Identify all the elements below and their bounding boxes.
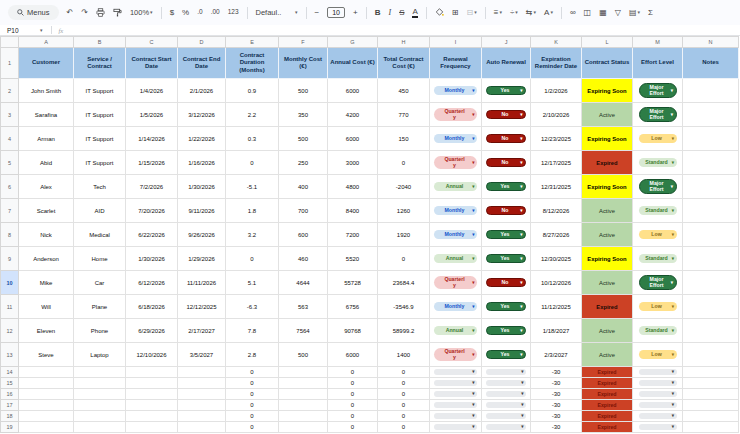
renewal-frequency-dropdown[interactable]: Quarterly▾ [434, 156, 477, 170]
column-header-I[interactable]: I [430, 37, 482, 48]
cell-customer[interactable]: John Smith [19, 79, 74, 103]
cell-annual-cost[interactable]: 6000 [328, 343, 378, 367]
auto-renewal-dropdown[interactable]: ▾ [486, 413, 526, 420]
row-header-1[interactable]: 1 [1, 48, 19, 79]
insert-link-button[interactable]: ∞ [570, 9, 576, 17]
cell-notes[interactable] [683, 400, 739, 411]
table-column-title[interactable]: Contract Start Date [126, 48, 178, 79]
effort-level-dropdown[interactable]: Standard▾ [639, 254, 677, 263]
auto-renewal-dropdown[interactable]: ▾ [486, 391, 526, 398]
renewal-frequency-dropdown[interactable]: ▾ [434, 380, 477, 387]
cell-expiration-reminder[interactable]: 2/10/2026 [531, 103, 582, 127]
cell-notes[interactable] [683, 79, 739, 103]
cell-effort-level[interactable]: ▾ [633, 389, 683, 400]
effort-level-dropdown[interactable]: ▾ [639, 424, 677, 431]
cell-contract-status[interactable]: Expiring Soon [582, 127, 633, 151]
cell-contract-status[interactable]: Expired [582, 295, 633, 319]
renewal-frequency-dropdown[interactable]: ▾ [434, 413, 477, 420]
cell-service[interactable]: IT Support [74, 151, 126, 175]
paint-format-button[interactable] [113, 8, 122, 17]
cell-end-date[interactable]: 11/11/2026 [178, 271, 226, 295]
row-header-14[interactable]: 14 [1, 367, 19, 378]
cell-total-cost[interactable]: 150 [378, 127, 430, 151]
cell-end-date[interactable]: 1/29/2026 [178, 247, 226, 271]
cell-monthly-cost[interactable]: 500 [279, 79, 328, 103]
cell-expiration-reminder[interactable]: 1/18/2027 [531, 319, 582, 343]
cell-monthly-cost[interactable]: 250 [279, 151, 328, 175]
cell-end-date[interactable]: 9/11/2026 [178, 199, 226, 223]
cell-service[interactable]: IT Support [74, 79, 126, 103]
column-header-C[interactable]: C [126, 37, 178, 48]
cell-total-cost[interactable]: 0 [378, 378, 430, 389]
row-header-2[interactable]: 2 [1, 79, 19, 103]
cell-contract-status[interactable]: Expired [582, 367, 633, 378]
cell-contract-status[interactable]: Active [582, 103, 633, 127]
cell-start-date[interactable]: 7/20/2026 [126, 199, 178, 223]
effort-level-dropdown[interactable]: Standard▾ [639, 326, 677, 335]
auto-renewal-dropdown[interactable]: ▾ [486, 424, 526, 431]
decrease-decimal-button[interactable]: .0 [197, 9, 202, 16]
cell-expiration-reminder[interactable]: 1/2/2026 [531, 79, 582, 103]
cell-annual-cost[interactable]: 4800 [328, 175, 378, 199]
cell-expiration-reminder[interactable]: 12/23/2025 [531, 127, 582, 151]
menus-button[interactable]: Menus [8, 5, 59, 20]
cell-auto-renewal[interactable]: ▾ [482, 389, 531, 400]
cell-service[interactable]: Car [74, 271, 126, 295]
cell-auto-renewal[interactable]: Yes▾ [482, 79, 531, 103]
filter-button[interactable]: ▽ [615, 9, 621, 17]
cell-start-date[interactable]: 1/4/2026 [126, 79, 178, 103]
cell-customer[interactable] [19, 367, 74, 378]
cell-total-cost[interactable]: 58999.2 [378, 319, 430, 343]
cell-notes[interactable] [683, 319, 739, 343]
cell-customer[interactable]: Steve [19, 343, 74, 367]
renewal-frequency-dropdown[interactable]: ▾ [434, 402, 477, 409]
cell-duration[interactable]: 0 [226, 151, 279, 175]
renewal-frequency-dropdown[interactable]: Quarterly▾ [434, 348, 477, 362]
percent-format-button[interactable]: % [182, 9, 189, 17]
cell-effort-level[interactable]: Standard▾ [633, 199, 683, 223]
cell-auto-renewal[interactable]: ▾ [482, 400, 531, 411]
row-header-17[interactable]: 17 [1, 400, 19, 411]
renewal-frequency-dropdown[interactable]: ▾ [434, 369, 477, 376]
cell-renewal-frequency[interactable]: Annual▾ [430, 247, 482, 271]
cell-effort-level[interactable]: Standard▾ [633, 319, 683, 343]
cell-end-date[interactable]: 2/1/2026 [178, 79, 226, 103]
cell-contract-status[interactable]: Expiring Soon [582, 79, 633, 103]
cell-annual-cost[interactable]: 6000 [328, 79, 378, 103]
auto-renewal-dropdown[interactable]: No▾ [486, 158, 526, 168]
cell-expiration-reminder[interactable]: 8/12/2026 [531, 199, 582, 223]
effort-level-dropdown[interactable]: Major Effort▾ [639, 107, 677, 123]
cell-renewal-frequency[interactable]: Monthly▾ [430, 199, 482, 223]
renewal-frequency-dropdown[interactable]: Quarterly▾ [434, 108, 477, 122]
cell-total-cost[interactable]: -3546.9 [378, 295, 430, 319]
cell-auto-renewal[interactable]: Yes▾ [482, 295, 531, 319]
cell-annual-cost[interactable]: 5520 [328, 247, 378, 271]
cell-duration[interactable]: 0.3 [226, 127, 279, 151]
bold-button[interactable]: B [375, 9, 381, 17]
cell-start-date[interactable] [126, 389, 178, 400]
cell-duration[interactable]: 0 [226, 367, 279, 378]
row-header-5[interactable]: 5 [1, 151, 19, 175]
cell-auto-renewal[interactable]: Yes▾ [482, 343, 531, 367]
cell-start-date[interactable]: 1/5/2026 [126, 103, 178, 127]
cell-annual-cost[interactable]: 0 [328, 411, 378, 422]
cell-expiration-reminder[interactable]: -30 [531, 367, 582, 378]
cell-start-date[interactable]: 1/30/2026 [126, 247, 178, 271]
row-header-8[interactable]: 8 [1, 223, 19, 247]
cell-monthly-cost[interactable]: 400 [279, 175, 328, 199]
cell-service[interactable]: Plane [74, 295, 126, 319]
column-header-G[interactable]: G [328, 37, 378, 48]
italic-button[interactable]: I [388, 9, 391, 17]
cell-duration[interactable]: -6.3 [226, 295, 279, 319]
cell-customer[interactable]: Abid [19, 151, 74, 175]
cell-monthly-cost[interactable] [279, 411, 328, 422]
cell-end-date[interactable] [178, 378, 226, 389]
cell-total-cost[interactable]: 23684.4 [378, 271, 430, 295]
cell-monthly-cost[interactable]: 460 [279, 247, 328, 271]
cell-service[interactable] [74, 389, 126, 400]
cell-notes[interactable] [683, 378, 739, 389]
renewal-frequency-dropdown[interactable]: ▾ [434, 424, 477, 431]
cell-annual-cost[interactable]: 0 [328, 378, 378, 389]
cell-effort-level[interactable]: ▾ [633, 411, 683, 422]
cell-monthly-cost[interactable]: 350 [279, 103, 328, 127]
